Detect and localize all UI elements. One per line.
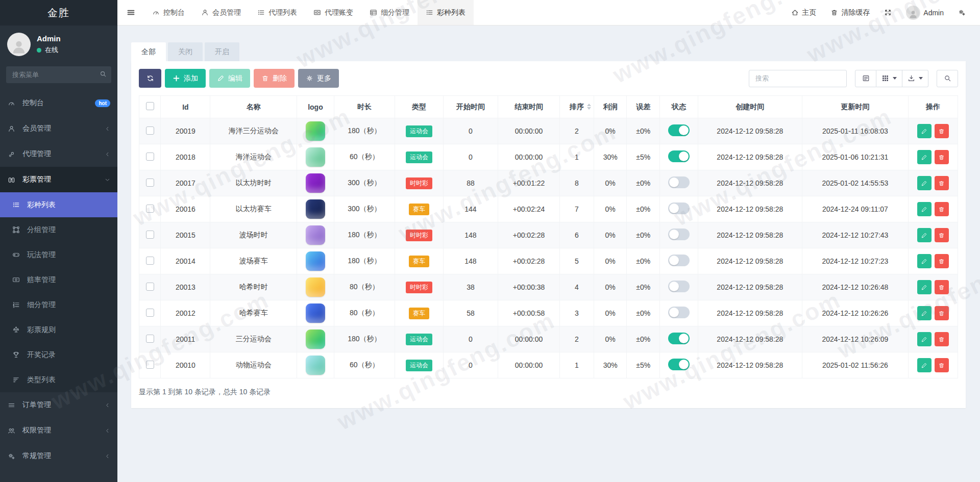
sidebar-search-input[interactable] xyxy=(6,66,111,83)
menu-toggle-button[interactable] xyxy=(117,0,144,25)
topnav-tab-0[interactable]: 控制台 xyxy=(144,0,193,25)
cell-type: 时时彩 xyxy=(395,222,443,248)
cell-error: ±0% xyxy=(627,248,660,274)
topnav-tab-4[interactable]: 细分管理 xyxy=(361,0,418,25)
status-toggle[interactable] xyxy=(668,333,690,344)
edit-button[interactable]: 编辑 xyxy=(209,69,250,88)
row-checkbox[interactable] xyxy=(146,309,154,317)
sidebar-subitem-2[interactable]: 玩法管理 xyxy=(0,242,117,267)
status-toggle[interactable] xyxy=(668,124,690,136)
row-checkbox[interactable] xyxy=(146,126,154,135)
sidebar-item-1[interactable]: 会员管理 xyxy=(0,116,117,141)
topnav-tab-2[interactable]: 代理列表 xyxy=(249,0,305,25)
topnav-tab-3[interactable]: 代理账变 xyxy=(305,0,361,25)
cell-name: 波场时时 xyxy=(210,222,297,248)
row-edit-button[interactable] xyxy=(917,332,932,346)
row-delete-button[interactable] xyxy=(935,332,949,346)
user-status-label: 在线 xyxy=(45,45,58,55)
more-button[interactable]: 更多 xyxy=(298,69,339,88)
status-toggle[interactable] xyxy=(668,150,690,162)
export-button[interactable] xyxy=(902,70,928,87)
sidebar-subitem-1[interactable]: 分组管理 xyxy=(0,217,117,242)
row-edit-button[interactable] xyxy=(917,280,932,294)
view-buttons xyxy=(855,70,928,87)
row-edit-button[interactable] xyxy=(917,176,932,190)
cell-type: 赛车 xyxy=(395,196,443,222)
row-checkbox[interactable] xyxy=(146,231,154,239)
settings-button[interactable] xyxy=(952,0,972,25)
filter-tab-0[interactable]: 全部 xyxy=(131,42,166,61)
row-delete-button[interactable] xyxy=(935,306,949,320)
sidebar-item-3[interactable]: 彩票管理 xyxy=(0,167,117,192)
topnav-tab-5[interactable]: 彩种列表 xyxy=(418,0,474,25)
sidebar-item-4[interactable]: 订单管理 xyxy=(0,392,117,418)
clear-cache-link[interactable]: 清除缓存 xyxy=(824,0,876,25)
row-delete-button[interactable] xyxy=(935,202,949,216)
row-checkbox[interactable] xyxy=(146,205,154,213)
row-checkbox[interactable] xyxy=(146,257,154,265)
row-edit-button[interactable] xyxy=(917,306,932,320)
sidebar-subitem-7[interactable]: 类型列表 xyxy=(0,367,117,392)
filter-tab-2[interactable]: 开启 xyxy=(205,42,239,61)
status-toggle[interactable] xyxy=(668,255,690,266)
game-logo xyxy=(306,199,325,219)
card-icon xyxy=(313,9,321,16)
sidebar-item-2[interactable]: 代理管理 xyxy=(0,141,117,167)
detail-view-button[interactable] xyxy=(855,70,876,87)
fullscreen-button[interactable] xyxy=(878,0,898,25)
status-toggle[interactable] xyxy=(668,359,690,370)
sidebar-subitem-label: 赔率管理 xyxy=(27,275,56,285)
sidebar-item-6[interactable]: 常规管理 xyxy=(0,443,117,469)
topbar-user-menu[interactable]: Admin xyxy=(900,0,950,25)
sidebar-item-0[interactable]: 控制台hot xyxy=(0,90,117,116)
header-col-8[interactable]: 排序 xyxy=(560,96,594,118)
add-button[interactable]: 添加 xyxy=(165,69,206,88)
row-delete-button[interactable] xyxy=(935,280,949,294)
hot-badge: hot xyxy=(95,99,110,107)
sidebar-item-5[interactable]: 权限管理 xyxy=(0,418,117,443)
row-edit-button[interactable] xyxy=(917,228,932,242)
row-checkbox[interactable] xyxy=(146,179,154,187)
row-edit-button[interactable] xyxy=(917,202,932,216)
sidebar-subitem-0[interactable]: 彩种列表 xyxy=(0,192,117,217)
row-edit-button[interactable] xyxy=(917,150,932,164)
row-delete-button[interactable] xyxy=(935,176,949,190)
topnav-tab-1[interactable]: 会员管理 xyxy=(193,0,249,25)
status-toggle[interactable] xyxy=(668,307,690,318)
row-edit-button[interactable] xyxy=(917,254,932,268)
chevron-left-icon xyxy=(104,453,111,460)
chevron-left-icon xyxy=(104,125,111,132)
row-delete-button[interactable] xyxy=(935,150,949,164)
row-delete-button[interactable] xyxy=(935,228,949,242)
sidebar-subitem-5[interactable]: 彩票规则 xyxy=(0,317,117,342)
table-row: 20017以太坊时时300（秒）时时彩88+00:01:2280%±0%2024… xyxy=(139,170,958,196)
cell-created: 2024-12-12 09:58:28 xyxy=(698,118,802,144)
row-checkbox[interactable] xyxy=(146,283,154,291)
row-delete-button[interactable] xyxy=(935,254,949,268)
home-link[interactable]: 主页 xyxy=(785,0,822,25)
topnav-tab-label: 代理列表 xyxy=(268,8,297,17)
row-edit-button[interactable] xyxy=(917,124,932,138)
filter-tab-1[interactable]: 关闭 xyxy=(168,42,203,61)
row-checkbox[interactable] xyxy=(146,153,154,161)
status-toggle[interactable] xyxy=(668,176,690,188)
search-submit-button[interactable] xyxy=(937,70,958,87)
status-toggle[interactable] xyxy=(668,281,690,292)
header-select-all[interactable] xyxy=(139,96,161,118)
sidebar-subitem-6[interactable]: 开奖记录 xyxy=(0,342,117,367)
status-toggle[interactable] xyxy=(668,229,690,240)
select-all-checkbox[interactable] xyxy=(146,102,154,110)
topnav-tab-label: 控制台 xyxy=(163,8,185,17)
sidebar-subitem-4[interactable]: 细分管理 xyxy=(0,292,117,317)
row-delete-button[interactable] xyxy=(935,358,949,372)
row-edit-button[interactable] xyxy=(917,358,932,372)
row-checkbox[interactable] xyxy=(146,361,154,369)
columns-button[interactable] xyxy=(876,70,902,87)
delete-button[interactable]: 删除 xyxy=(254,69,295,88)
row-delete-button[interactable] xyxy=(935,124,949,138)
status-toggle[interactable] xyxy=(668,202,690,214)
sidebar-subitem-3[interactable]: 赔率管理 xyxy=(0,267,117,292)
refresh-button[interactable] xyxy=(139,69,161,88)
table-search-input[interactable] xyxy=(749,70,847,87)
row-checkbox[interactable] xyxy=(146,335,154,343)
